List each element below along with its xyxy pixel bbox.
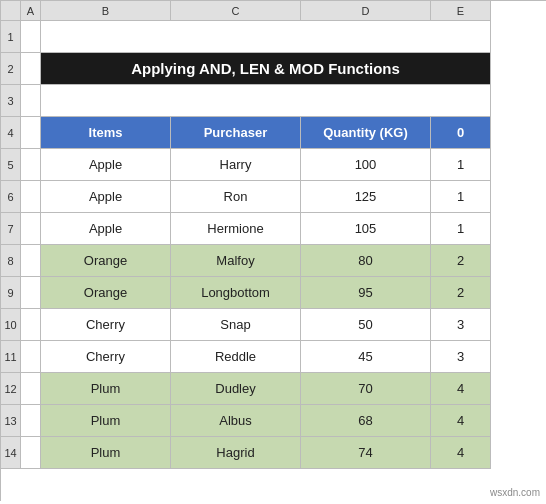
cell-a5 [21,149,41,181]
cell-item-11: Cherry [41,341,171,373]
cell-value-12: 4 [431,373,491,405]
cell-purchaser-11: Reddle [171,341,301,373]
cell-purchaser-13: Albus [171,405,301,437]
col-quantity-header: Quantity (KG) [301,117,431,149]
row-header-12: 12 [1,373,21,405]
cell-purchaser-12: Dudley [171,373,301,405]
cell-a2 [21,53,41,85]
row-header-8: 8 [1,245,21,277]
cell-item-9: Orange [41,277,171,309]
cell-value-7: 1 [431,213,491,245]
row-header-14: 14 [1,437,21,469]
row-header-3: 3 [1,85,21,117]
cell-item-6: Apple [41,181,171,213]
cell-item-14: Plum [41,437,171,469]
cell-value-13: 4 [431,405,491,437]
cell-purchaser-7: Hermione [171,213,301,245]
cell-purchaser-6: Ron [171,181,301,213]
row-header-13: 13 [1,405,21,437]
cell-purchaser-8: Malfoy [171,245,301,277]
cell-item-12: Plum [41,373,171,405]
cell-a12 [21,373,41,405]
col-zero-header: 0 [431,117,491,149]
cell-quantity-14: 74 [301,437,431,469]
cell-a8 [21,245,41,277]
cell-quantity-9: 95 [301,277,431,309]
cell-item-7: Apple [41,213,171,245]
cell-purchaser-10: Snap [171,309,301,341]
cell-a11 [21,341,41,373]
cell-a6 [21,181,41,213]
row-header-2: 2 [1,53,21,85]
col-header-c: C [171,1,301,21]
cell-b1-e1 [41,21,491,53]
col-purchaser-header: Purchaser [171,117,301,149]
spreadsheet-title: Applying AND, LEN & MOD Functions [41,53,491,85]
cell-value-10: 3 [431,309,491,341]
col-items-header: Items [41,117,171,149]
cell-quantity-13: 68 [301,405,431,437]
cell-purchaser-14: Hagrid [171,437,301,469]
cell-quantity-7: 105 [301,213,431,245]
cell-b3-e3 [41,85,491,117]
cell-item-5: Apple [41,149,171,181]
cell-value-11: 3 [431,341,491,373]
cell-value-6: 1 [431,181,491,213]
grid: A B C D E 1 2 Applying AND, LEN & MOD Fu… [0,0,546,501]
cell-quantity-11: 45 [301,341,431,373]
cell-quantity-5: 100 [301,149,431,181]
cell-quantity-12: 70 [301,373,431,405]
cell-a13 [21,405,41,437]
cell-a14 [21,437,41,469]
col-header-a: A [21,1,41,21]
spreadsheet: A B C D E 1 2 Applying AND, LEN & MOD Fu… [0,0,546,504]
cell-a9 [21,277,41,309]
row-header-7: 7 [1,213,21,245]
cell-value-9: 2 [431,277,491,309]
cell-value-14: 4 [431,437,491,469]
cell-a4 [21,117,41,149]
col-header-e: E [431,1,491,21]
row-header-11: 11 [1,341,21,373]
row-header-6: 6 [1,181,21,213]
col-header-b: B [41,1,171,21]
row-header-10: 10 [1,309,21,341]
cell-a10 [21,309,41,341]
cell-item-10: Cherry [41,309,171,341]
cell-a1 [21,21,41,53]
row-header-5: 5 [1,149,21,181]
cell-item-8: Orange [41,245,171,277]
col-header-d: D [301,1,431,21]
cell-quantity-6: 125 [301,181,431,213]
col-header-empty1 [1,1,21,21]
row-header-9: 9 [1,277,21,309]
cell-value-8: 2 [431,245,491,277]
cell-purchaser-9: Longbottom [171,277,301,309]
cell-value-5: 1 [431,149,491,181]
cell-a7 [21,213,41,245]
cell-quantity-10: 50 [301,309,431,341]
cell-quantity-8: 80 [301,245,431,277]
cell-a3 [21,85,41,117]
row-header-1: 1 [1,21,21,53]
cell-purchaser-5: Harry [171,149,301,181]
watermark: wsxdn.com [490,487,540,498]
row-header-4: 4 [1,117,21,149]
cell-item-13: Plum [41,405,171,437]
